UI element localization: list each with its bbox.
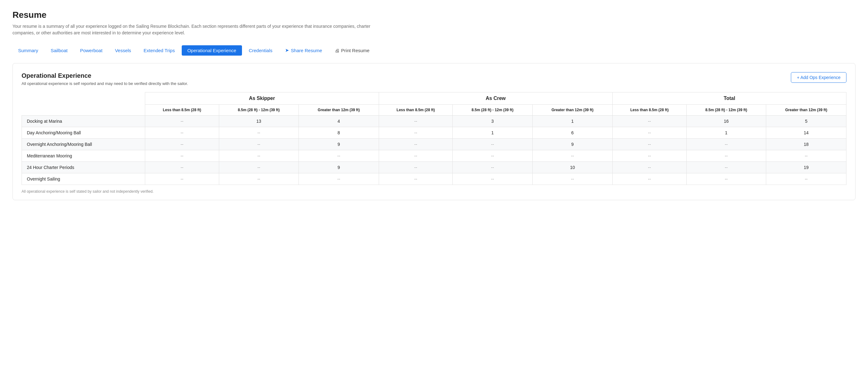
table-row: 24 Hour Charter Periods----9----10----19 <box>22 162 846 173</box>
tab-navigation: Summary Sailboat Powerboat Vessels Exten… <box>12 45 856 56</box>
table-row: Day Anchoring/Mooring Ball----8--16--114 <box>22 127 846 139</box>
page-description: Your resume is a summary of all your exp… <box>12 23 387 36</box>
sub-header-3: Less than 8.5m (28 ft) <box>379 105 453 116</box>
row-label-header <box>22 105 145 116</box>
data-cell: -- <box>219 150 299 162</box>
data-cell: 14 <box>766 127 846 139</box>
data-cell: -- <box>453 139 533 150</box>
data-cell: -- <box>453 173 533 185</box>
data-cell: -- <box>379 116 453 127</box>
data-cell: 8 <box>299 127 379 139</box>
empty-header <box>22 92 145 105</box>
skipper-group-header: As Skipper <box>145 92 379 105</box>
data-cell: -- <box>686 139 766 150</box>
data-cell: -- <box>145 116 219 127</box>
row-label-cell: Day Anchoring/Mooring Ball <box>22 127 145 139</box>
data-cell: -- <box>686 173 766 185</box>
data-cell: -- <box>145 173 219 185</box>
tab-operational-experience[interactable]: Operational Experience <box>182 45 242 56</box>
row-label-cell: Docking at Marina <box>22 116 145 127</box>
data-cell: 5 <box>766 116 846 127</box>
tab-extended-trips[interactable]: Extended Trips <box>138 45 181 56</box>
data-cell: -- <box>219 173 299 185</box>
sub-header-8: Greater than 12m (39 ft) <box>766 105 846 116</box>
row-label-cell: Overnight Anchoring/Mooring Ball <box>22 139 145 150</box>
data-cell: -- <box>145 127 219 139</box>
data-cell: 18 <box>766 139 846 150</box>
data-cell: -- <box>453 150 533 162</box>
data-cell: 9 <box>299 162 379 173</box>
sub-header-1: 8.5m (28 ft) - 12m (39 ft) <box>219 105 299 116</box>
data-cell: 19 <box>766 162 846 173</box>
data-cell: 13 <box>219 116 299 127</box>
data-cell: -- <box>219 127 299 139</box>
data-cell: -- <box>766 150 846 162</box>
sub-header-0: Less than 8.5m (28 ft) <box>145 105 219 116</box>
tab-share-resume[interactable]: ➤ Share Resume <box>279 45 328 56</box>
data-cell: -- <box>613 139 686 150</box>
data-cell: -- <box>453 162 533 173</box>
card-header: Operational Experience All operational e… <box>22 72 846 86</box>
tab-sailboat[interactable]: Sailboat <box>45 45 73 56</box>
table-footer-note: All operational experience is self state… <box>22 189 846 194</box>
data-cell: -- <box>613 127 686 139</box>
data-cell: -- <box>613 162 686 173</box>
data-cell: 1 <box>686 127 766 139</box>
page-title: Resume <box>12 10 856 20</box>
data-cell: 6 <box>532 127 613 139</box>
tab-credentials[interactable]: Credentials <box>243 45 278 56</box>
card-header-text: Operational Experience All operational e… <box>22 72 188 86</box>
sub-header-6: Less than 8.5m (28 ft) <box>613 105 686 116</box>
data-cell: -- <box>766 173 846 185</box>
sub-header-4: 8.5m (28 ft) - 12m (39 ft) <box>453 105 533 116</box>
data-cell: -- <box>532 150 613 162</box>
print-icon: 🖨 <box>335 48 339 53</box>
sub-header-7: 8.5m (28 ft) - 12m (39 ft) <box>686 105 766 116</box>
data-cell: -- <box>379 139 453 150</box>
total-group-header: Total <box>613 92 846 105</box>
ops-experience-table: As Skipper As Crew Total Less than 8.5m … <box>22 92 846 185</box>
operational-experience-card: Operational Experience All operational e… <box>12 63 856 200</box>
sub-header-5: Greater than 12m (39 ft) <box>532 105 613 116</box>
data-cell: 1 <box>532 116 613 127</box>
table-row: Docking at Marina--134--31--165 <box>22 116 846 127</box>
data-cell: -- <box>532 173 613 185</box>
tab-powerboat[interactable]: Powerboat <box>74 45 108 56</box>
tab-vessels[interactable]: Vessels <box>109 45 137 56</box>
data-cell: -- <box>299 150 379 162</box>
data-cell: -- <box>613 116 686 127</box>
row-label-cell: Overnight Sailing <box>22 173 145 185</box>
table-row: Mediterranean Mooring------------------ <box>22 150 846 162</box>
data-cell: 1 <box>453 127 533 139</box>
data-cell: 9 <box>299 139 379 150</box>
row-label-cell: 24 Hour Charter Periods <box>22 162 145 173</box>
table-row: Overnight Sailing------------------ <box>22 173 846 185</box>
tab-summary[interactable]: Summary <box>12 45 44 56</box>
sub-header-2: Greater than 12m (39 ft) <box>299 105 379 116</box>
table-row: Overnight Anchoring/Mooring Ball----9---… <box>22 139 846 150</box>
data-cell: -- <box>145 139 219 150</box>
tab-print-resume[interactable]: 🖨 Print Resume <box>329 45 375 56</box>
group-header-row: As Skipper As Crew Total <box>22 92 846 105</box>
data-cell: -- <box>379 150 453 162</box>
data-cell: -- <box>613 173 686 185</box>
data-cell: 16 <box>686 116 766 127</box>
row-label-cell: Mediterranean Mooring <box>22 150 145 162</box>
data-cell: -- <box>379 173 453 185</box>
card-subtitle: All operational experience is self repor… <box>22 81 188 86</box>
data-cell: -- <box>379 127 453 139</box>
data-cell: -- <box>219 162 299 173</box>
add-ops-experience-button[interactable]: + Add Ops Experience <box>791 72 846 83</box>
data-cell: -- <box>613 150 686 162</box>
data-cell: -- <box>686 162 766 173</box>
card-title: Operational Experience <box>22 72 188 79</box>
crew-group-header: As Crew <box>379 92 613 105</box>
data-cell: -- <box>379 162 453 173</box>
data-cell: -- <box>145 150 219 162</box>
data-cell: -- <box>219 139 299 150</box>
data-cell: -- <box>145 162 219 173</box>
data-cell: -- <box>299 173 379 185</box>
data-cell: 9 <box>532 139 613 150</box>
data-cell: 3 <box>453 116 533 127</box>
data-cell: -- <box>686 150 766 162</box>
